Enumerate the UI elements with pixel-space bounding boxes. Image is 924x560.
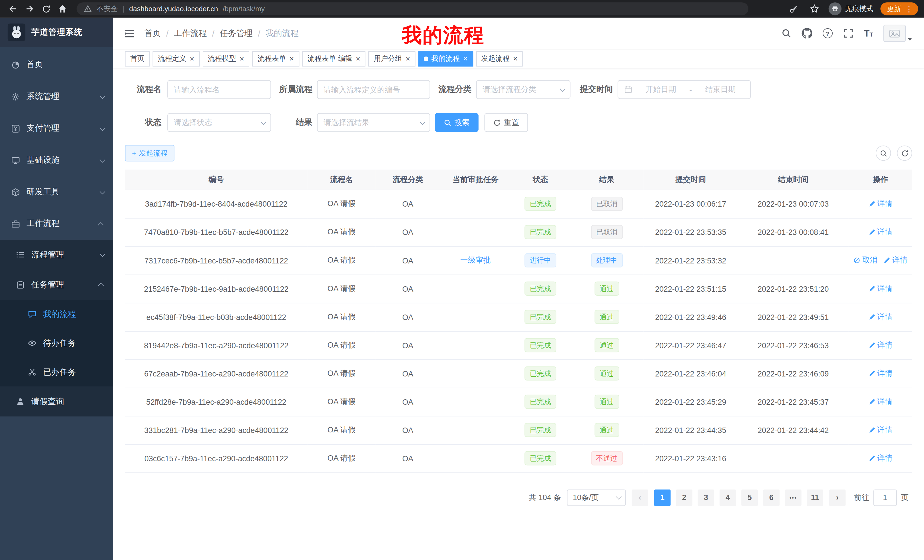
detail-link[interactable]: 详情: [868, 199, 892, 209]
sidebar-item-home[interactable]: 首页: [0, 49, 113, 81]
goto-unit: 页: [901, 492, 909, 503]
edit-icon: [868, 427, 876, 434]
create-process-button[interactable]: + 发起流程: [125, 145, 174, 162]
goto-page-input[interactable]: [873, 489, 897, 506]
back-icon[interactable]: [6, 2, 20, 16]
tab-8[interactable]: 发起流程×: [476, 51, 523, 66]
tab-1[interactable]: 首页: [125, 51, 150, 66]
tab-close-icon[interactable]: ×: [356, 55, 360, 63]
prev-page-button[interactable]: ‹: [632, 489, 648, 506]
page-list: 123456•••11: [654, 489, 823, 506]
result-select[interactable]: 请选择流结果: [317, 113, 430, 132]
status-select[interactable]: 请选择状态: [167, 113, 271, 132]
detail-link[interactable]: 详情: [868, 368, 892, 379]
reload-icon[interactable]: [39, 2, 53, 16]
home-icon[interactable]: [56, 2, 70, 16]
forward-icon[interactable]: [22, 2, 36, 16]
sidebar-item-devtools[interactable]: 研发工具: [0, 176, 113, 208]
chevron-up-icon: [98, 222, 104, 228]
tab-6[interactable]: 用户分组×: [369, 51, 416, 66]
help-icon[interactable]: ?: [822, 27, 833, 39]
search-icon[interactable]: [780, 27, 792, 39]
hamburger-icon[interactable]: [124, 27, 135, 39]
task-link[interactable]: 一级审批: [460, 256, 491, 265]
user-avatar[interactable]: [884, 25, 912, 42]
page-button-11[interactable]: 11: [807, 489, 823, 506]
process-name-input[interactable]: [174, 85, 265, 94]
browser-menu-dots-icon[interactable]: ⋮: [905, 4, 913, 13]
page-button-5[interactable]: 5: [741, 489, 758, 506]
sidebar-item-workflow[interactable]: 工作流程: [0, 208, 113, 240]
breadcrumb-item[interactable]: 首页: [144, 28, 161, 39]
tab-label: 用户分组: [374, 54, 402, 64]
sidebar-item-label: 系统管理: [27, 91, 60, 102]
tab-close-icon[interactable]: ×: [406, 55, 410, 63]
detail-link[interactable]: 详情: [868, 283, 892, 294]
detail-link[interactable]: 详情: [884, 255, 908, 266]
submit-time-range-input[interactable]: 开始日期 - 结束日期: [618, 80, 751, 99]
table-row: 819442e8-7b9a-11ec-a290-acde48001122OA 请…: [125, 331, 912, 359]
sidebar-item-label: 待办任务: [43, 338, 76, 349]
category-cell: OA: [375, 416, 440, 444]
current-task-cell: [440, 359, 511, 388]
tab-close-icon[interactable]: ×: [463, 55, 468, 63]
sidebar-item-process-mgmt[interactable]: 流程管理: [0, 240, 113, 270]
category-select[interactable]: 请选择流程分类: [476, 80, 570, 99]
sidebar-item-system[interactable]: 系统管理: [0, 81, 113, 112]
sidebar-item-leave-query[interactable]: 请假查询: [0, 386, 113, 416]
address-bar[interactable]: 不安全 | dashboard.yudao.iocoder.cn/bpm/tas…: [76, 2, 748, 15]
detail-link[interactable]: 详情: [868, 425, 892, 435]
detail-link[interactable]: 详情: [868, 453, 892, 464]
breadcrumb-item[interactable]: 工作流程: [174, 28, 207, 39]
sidebar-item-infrastructure[interactable]: 基础设施: [0, 144, 113, 176]
process-id-cell: 3ad174fb-7b9d-11ec-8404-acde48001122: [125, 190, 308, 218]
github-icon[interactable]: [801, 27, 813, 39]
tab-close-icon[interactable]: ×: [513, 55, 518, 63]
edit-icon: [868, 370, 876, 377]
bookmark-star-icon[interactable]: [807, 2, 822, 16]
sidebar-item-todo-tasks[interactable]: 待办任务: [0, 329, 113, 358]
sidebar-item-my-process[interactable]: 我的流程: [0, 300, 113, 328]
page-button-3[interactable]: 3: [698, 489, 714, 506]
update-button[interactable]: 更新 ⋮: [880, 2, 918, 15]
font-size-icon[interactable]: TT: [862, 27, 874, 39]
incognito-label: 无痕模式: [845, 4, 873, 14]
detail-link[interactable]: 详情: [868, 312, 892, 322]
tab-3[interactable]: 流程模型×: [202, 51, 249, 66]
refresh-table-button[interactable]: [897, 145, 912, 161]
address-divider: |: [123, 5, 124, 13]
sidebar-item-payment[interactable]: 支付管理: [0, 112, 113, 144]
sidebar-item-done-tasks[interactable]: 已办任务: [0, 358, 113, 386]
search-button[interactable]: 搜索: [435, 113, 478, 132]
app-title: 芋道管理系统: [31, 27, 82, 38]
page-size-select[interactable]: 10条/页: [567, 489, 626, 506]
breadcrumb-item[interactable]: 任务管理: [220, 28, 253, 39]
sidebar-item-label: 工作流程: [27, 219, 60, 229]
tab-close-icon[interactable]: ×: [240, 55, 244, 63]
app-logo[interactable]: 芋道管理系统: [0, 18, 113, 47]
tab-7[interactable]: 我的流程×: [418, 51, 473, 66]
tab-2[interactable]: 流程定义×: [153, 51, 200, 66]
cancel-link[interactable]: 取消: [853, 255, 878, 266]
password-key-icon[interactable]: [786, 2, 800, 16]
page-more-button[interactable]: •••: [785, 489, 801, 506]
tab-close-icon[interactable]: ×: [190, 55, 195, 63]
page-button-1[interactable]: 1: [654, 489, 671, 506]
page-button-6[interactable]: 6: [763, 489, 780, 506]
cancel-icon: [853, 257, 860, 264]
toggle-search-button[interactable]: [876, 145, 891, 161]
page-button-2[interactable]: 2: [676, 489, 692, 506]
reset-button[interactable]: 重置: [484, 113, 528, 132]
page-button-4[interactable]: 4: [720, 489, 736, 506]
detail-link[interactable]: 详情: [868, 397, 892, 407]
next-page-button[interactable]: ›: [829, 489, 846, 506]
sidebar-item-task-mgmt[interactable]: 任务管理: [0, 270, 113, 300]
process-def-label: 所属流程: [276, 84, 312, 95]
fullscreen-icon[interactable]: [842, 27, 854, 39]
detail-link[interactable]: 详情: [868, 340, 892, 350]
tab-5[interactable]: 流程表单-编辑×: [302, 51, 366, 66]
tab-4[interactable]: 流程表单×: [252, 51, 299, 66]
process-def-input[interactable]: [324, 85, 424, 94]
detail-link[interactable]: 详情: [868, 227, 892, 238]
tab-close-icon[interactable]: ×: [290, 55, 294, 63]
